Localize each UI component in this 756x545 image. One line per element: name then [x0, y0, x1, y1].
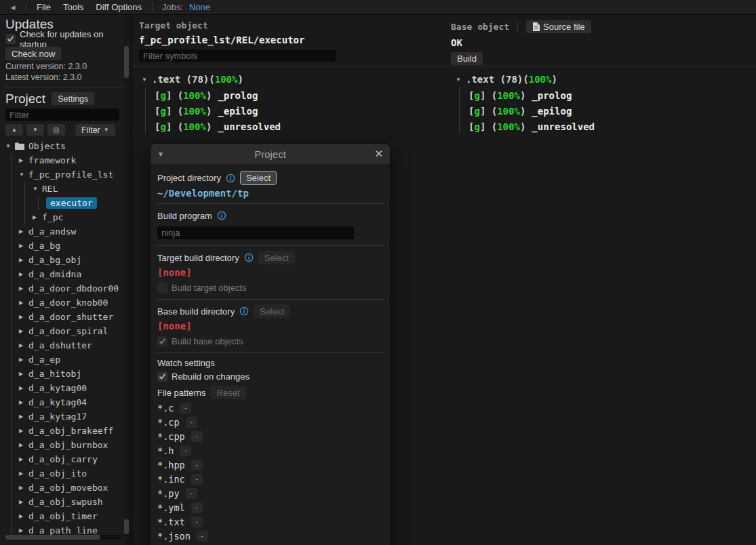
chevron-right-icon[interactable]: ▶	[19, 314, 28, 320]
chevron-right-icon[interactable]: ▶	[19, 442, 28, 448]
sidebar-scrollbar-thumb[interactable]	[124, 46, 129, 78]
remove-pattern-button[interactable]: -	[191, 460, 203, 470]
checkbox-checked-icon[interactable]	[157, 336, 167, 346]
back-icon[interactable]: ◀	[4, 4, 22, 11]
chevron-right-icon[interactable]: ▶	[33, 214, 42, 220]
checkbox-unchecked-icon[interactable]	[157, 283, 167, 293]
info-icon[interactable]	[239, 306, 249, 316]
build-target-objects-checkbox-row[interactable]: Build target objects	[157, 281, 383, 294]
chevron-down-icon[interactable]: ▼	[5, 143, 15, 149]
chevron-down-icon[interactable]: ▼	[456, 77, 466, 83]
section-header[interactable]: ▼.text (78) (100%)	[456, 72, 595, 87]
menu-tools[interactable]: Tools	[57, 1, 89, 14]
symbol-row[interactable]: [g] (100%)_epilog	[155, 103, 281, 119]
source-file-button[interactable]: Source file	[526, 20, 591, 33]
tree-item-d_a_obj_timer[interactable]: ▶d_a_obj_timer	[5, 509, 123, 523]
tree-item-d_a_door_shutter[interactable]: ▶d_a_door_shutter	[5, 310, 123, 324]
remove-pattern-button[interactable]: -	[186, 488, 197, 499]
tree-item-d_a_kytag17[interactable]: ▶d_a_kytag17	[5, 409, 123, 424]
collapse-all-button[interactable]: ▲	[5, 124, 23, 136]
chevron-right-icon[interactable]: ▶	[19, 228, 28, 235]
chevron-right-icon[interactable]: ▶	[19, 328, 28, 334]
symbol-row[interactable]: [g] (100%)_unresolved	[469, 119, 595, 134]
chevron-right-icon[interactable]: ▶	[19, 357, 28, 363]
jobs-value[interactable]: None	[189, 2, 210, 12]
tree-item-d_a_kytag00[interactable]: ▶d_a_kytag00	[5, 381, 123, 395]
project-settings-button[interactable]: Settings	[52, 92, 94, 105]
chevron-right-icon[interactable]: ▶	[19, 470, 28, 477]
remove-pattern-button[interactable]: -	[180, 445, 191, 456]
rebuild-on-changes-checkbox-row[interactable]: Rebuild on changes	[157, 370, 383, 383]
sidebar-scrollbar-track[interactable]	[124, 15, 129, 545]
tree-item-d_a_dshutter[interactable]: ▶d_a_dshutter	[5, 338, 123, 352]
remove-pattern-button[interactable]: -	[197, 531, 208, 542]
tree-item-d_a_ep[interactable]: ▶d_a_ep	[5, 352, 123, 367]
chevron-right-icon[interactable]: ▶	[19, 413, 28, 420]
build-program-input[interactable]	[157, 226, 354, 239]
tree-item-d_a_bg_obj[interactable]: ▶d_a_bg_obj	[5, 253, 123, 267]
tree-item-d_a_hitobj[interactable]: ▶d_a_hitobj	[5, 367, 123, 381]
tree-item-d_a_obj_swpush[interactable]: ▶d_a_obj_swpush	[5, 495, 123, 509]
tree-item-d_a_bg[interactable]: ▶d_a_bg	[5, 239, 123, 253]
chevron-down-icon[interactable]: ▼	[142, 77, 152, 83]
chevron-right-icon[interactable]: ▶	[19, 428, 28, 434]
info-icon[interactable]	[226, 174, 235, 183]
tree-item-d_a_obj_movebox[interactable]: ▶d_a_obj_movebox	[5, 481, 123, 495]
chevron-right-icon[interactable]: ▶	[19, 499, 28, 505]
tree-hscrollbar-thumb[interactable]	[5, 535, 100, 540]
tree-item-d_a_door_knob00[interactable]: ▶d_a_door_knob00	[5, 296, 123, 310]
info-icon[interactable]	[217, 211, 226, 220]
chevron-right-icon[interactable]: ▶	[19, 399, 28, 405]
chevron-right-icon[interactable]: ▶	[19, 513, 28, 519]
check-now-button[interactable]: Check now	[5, 47, 61, 60]
chevron-right-icon[interactable]: ▶	[19, 456, 28, 462]
remove-pattern-button[interactable]: -	[191, 517, 203, 527]
symbol-row[interactable]: [g] (100%)_epilog	[469, 103, 595, 119]
chevron-right-icon[interactable]: ▶	[19, 527, 28, 533]
symbol-filter-input[interactable]	[139, 49, 336, 62]
remove-pattern-button[interactable]: -	[191, 502, 203, 513]
project-filter-input[interactable]	[5, 108, 119, 121]
chevron-right-icon[interactable]: ▶	[19, 271, 28, 277]
chevron-right-icon[interactable]: ▶	[19, 371, 28, 377]
chevron-right-icon[interactable]: ▶	[19, 257, 28, 263]
locate-current-button[interactable]: ◎	[47, 124, 65, 136]
symbol-row[interactable]: [g] (100%)_unresolved	[155, 119, 281, 134]
build-button[interactable]: Build	[451, 52, 483, 65]
tree-item-executor[interactable]: executor	[5, 196, 123, 210]
section-header[interactable]: ▼.text (78) (100%)	[142, 72, 281, 87]
close-icon[interactable]: ✕	[368, 148, 383, 160]
project-directory-select-button[interactable]: Select	[240, 171, 277, 185]
chevron-down-icon[interactable]: ▼	[19, 171, 28, 178]
symbol-row[interactable]: [g] (100%)_prolog	[155, 87, 281, 103]
tree-item-Objects[interactable]: ▼Objects	[5, 139, 123, 153]
chevron-right-icon[interactable]: ▶	[19, 385, 28, 391]
update-startup-checkbox-row[interactable]: Check for updates on startup	[5, 33, 123, 45]
chevron-right-icon[interactable]: ▶	[19, 342, 28, 348]
tree-filter-dropdown[interactable]: Filter ▼	[75, 124, 115, 136]
remove-pattern-button[interactable]: -	[191, 431, 203, 442]
tree-item-d_a_dmidna[interactable]: ▶d_a_dmidna	[5, 267, 123, 281]
chevron-down-icon[interactable]: ▼	[33, 186, 42, 192]
checkbox-checked-icon[interactable]	[157, 371, 167, 382]
dialog-titlebar[interactable]: ▼ Project ✕	[151, 144, 390, 164]
chevron-right-icon[interactable]: ▶	[19, 243, 28, 249]
tree-item-framework[interactable]: ▶framework	[5, 153, 123, 167]
tree-item-f_pc_profile_lst[interactable]: ▼f_pc_profile_lst	[5, 167, 123, 182]
expand-all-button[interactable]: ▼	[26, 124, 44, 136]
remove-pattern-button[interactable]: -	[191, 474, 203, 485]
menu-diff-options[interactable]: Diff Options	[89, 1, 148, 14]
menu-file[interactable]: File	[31, 1, 57, 14]
tree-scrollbar-thumb[interactable]	[124, 519, 129, 534]
tree-item-d_a_obj_carry[interactable]: ▶d_a_obj_carry	[5, 452, 123, 466]
checkbox-checked-icon[interactable]	[5, 34, 16, 44]
remove-pattern-button[interactable]: -	[186, 417, 197, 428]
chevron-right-icon[interactable]: ▶	[19, 157, 28, 163]
tree-item-d_a_obj_ito[interactable]: ▶d_a_obj_ito	[5, 466, 123, 481]
symbol-row[interactable]: [g] (100%)_prolog	[469, 87, 595, 103]
tree-item-d_a_door_spiral[interactable]: ▶d_a_door_spiral	[5, 324, 123, 338]
info-icon[interactable]	[244, 253, 254, 262]
tree-item-d_a_kytag04[interactable]: ▶d_a_kytag04	[5, 395, 123, 409]
dialog-collapse-icon[interactable]: ▼	[157, 150, 172, 158]
tree-item-d_a_door_dbdoor00[interactable]: ▶d_a_door_dbdoor00	[5, 281, 123, 296]
